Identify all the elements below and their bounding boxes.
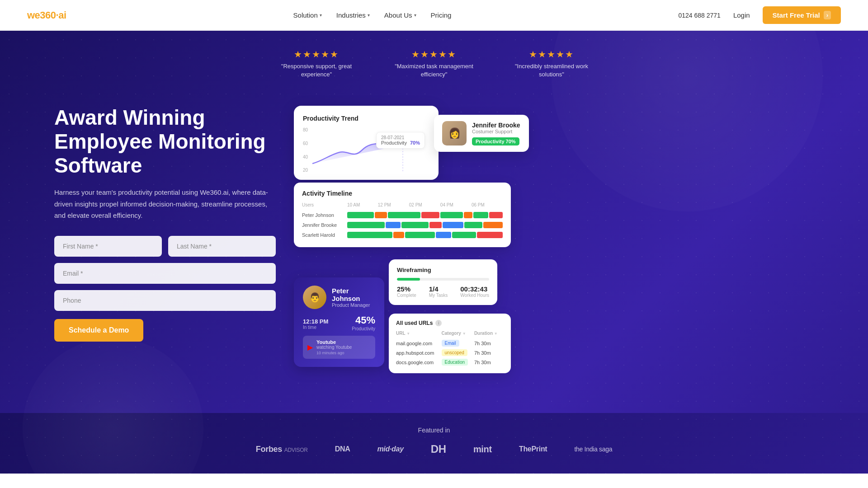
urls-col-category: Category ▼ — [442, 331, 474, 338]
wireframe-title: Wireframing — [397, 267, 489, 273]
url-row-1-url: mail.google.com — [396, 338, 442, 348]
last-name-input[interactable] — [168, 236, 276, 257]
featured-section: Featured in Forbes ADVISOR DNA mid·day D… — [0, 413, 868, 474]
wireframe-progress-fill — [397, 278, 420, 281]
url-badge-education: Education — [442, 359, 468, 366]
youtube-sub: watching Youtube — [316, 345, 352, 350]
productivity-date: 28-07-2021 — [381, 135, 420, 140]
timeline-table: Users 10 AM 12 PM 02 PM 04 PM 06 PM Pete… — [302, 202, 503, 240]
email-input[interactable] — [54, 263, 276, 284]
peter-time-label: In time — [303, 325, 328, 330]
rating-text-2: "Maximized task management efficiency" — [393, 62, 475, 79]
wireframe-stats: 25% Complete 1/4 My Tasks 00:32:43 Worke… — [397, 285, 489, 298]
timeline-user-3: Scarlett Harold — [302, 230, 347, 240]
url-badge-email: Email — [442, 340, 459, 347]
person-pct-badge: Productivity 70% — [472, 137, 519, 145]
wireframe-tasks-val: 1/4 — [429, 285, 448, 293]
url-row-3-url: docs.google.com — [396, 357, 442, 367]
timeline-bar-1 — [347, 210, 503, 220]
login-button[interactable]: Login — [733, 11, 750, 19]
person-avatar: 👩 — [442, 121, 467, 145]
wireframe-progress-bar — [397, 278, 489, 281]
url-row-2-category: unscoped — [442, 348, 474, 357]
y-label-40: 40 — [303, 155, 308, 160]
hero-section: ★★★★★ "Responsive support, great experie… — [0, 31, 868, 474]
urls-col-url: URL ▼ — [396, 331, 442, 338]
sort-icon-category: ▼ — [462, 332, 466, 336]
sort-icon-duration: ▼ — [494, 332, 498, 336]
wireframe-tasks: 1/4 My Tasks — [429, 285, 448, 298]
peter-stats: 12:18 PM In time 45% Productivity — [303, 314, 375, 331]
peter-youtube: ▶ Youtube watching Youtube 10 minutes ag… — [303, 336, 375, 359]
first-name-input[interactable] — [54, 236, 162, 257]
timeline-user-1: Peter Johnson — [302, 210, 347, 220]
person-info: Jennifer Brooke Costumer Support Product… — [472, 122, 520, 145]
nav-about[interactable]: About Us ▾ — [384, 11, 416, 19]
productivity-widget: Productivity Trend 80 60 40 20 — [294, 106, 439, 180]
timeline-title: Activity Timeline — [302, 190, 503, 197]
peter-pct-section: 45% Productivity — [352, 314, 375, 331]
timeline-col-2pm: 02 PM — [409, 202, 440, 210]
chevron-down-icon: ▾ — [368, 13, 370, 18]
peter-widget: 👨 Peter Johnson Product Manager 12:18 PM… — [294, 277, 384, 367]
featured-logo-forbes: Forbes ADVISOR — [256, 445, 308, 454]
schedule-demo-label: Schedule a Demo — [69, 326, 129, 334]
timeline-bar-3 — [347, 230, 503, 240]
urls-title: All used URLs — [396, 320, 433, 326]
wireframe-complete: 25% Complete — [397, 285, 416, 298]
featured-title: Featured in — [27, 427, 841, 434]
timeline-col-4pm: 04 PM — [440, 202, 472, 210]
info-icon: i — [435, 320, 442, 326]
url-row-2-url: app.hubspot.com — [396, 348, 442, 357]
productivity-pct: 70% — [410, 140, 420, 145]
y-label-80: 80 — [303, 127, 308, 132]
urls-widget: All used URLs i URL ▼ Category ▼ — [389, 314, 511, 373]
url-row-3-duration: 7h 30m — [474, 357, 504, 367]
stars-1: ★★★★★ — [276, 49, 357, 60]
phone-input[interactable] — [54, 290, 276, 311]
rating-item-1: ★★★★★ "Responsive support, great experie… — [276, 49, 357, 79]
timeline-bar-2 — [347, 220, 503, 230]
url-row-2-duration: 7h 30m — [474, 348, 504, 357]
nav-industries[interactable]: Industries ▾ — [336, 11, 370, 19]
person-card: 👩 Jennifer Brooke Costumer Support Produ… — [434, 115, 529, 152]
productivity-date-badge: 28-07-2021 Productivity 70% — [376, 132, 425, 149]
stars-2: ★★★★★ — [393, 49, 475, 60]
urls-table: URL ▼ Category ▼ Duration ▼ — [396, 331, 504, 367]
nav-industries-label: Industries — [336, 11, 366, 19]
person-role: Costumer Support — [472, 129, 520, 134]
form-name-row — [54, 236, 276, 257]
featured-logo-dna: DNA — [335, 445, 350, 453]
rating-item-3: ★★★★★ "Incredibly streamlined work solut… — [511, 49, 592, 79]
chevron-down-icon: ▾ — [320, 13, 322, 18]
person-name: Jennifer Brooke — [472, 122, 520, 129]
rating-text-3: "Incredibly streamlined work solutions" — [511, 62, 592, 79]
nav-right: 0124 688 2771 Login Start Free Trial › — [678, 6, 841, 24]
nav-pricing-label: Pricing — [431, 11, 452, 19]
arrow-icon: › — [824, 11, 831, 19]
hero-content: Award Winning Employee Monitoring Softwa… — [0, 88, 868, 413]
featured-logo-mint: mint — [473, 444, 492, 455]
hero-right: Productivity Trend 80 60 40 20 — [294, 106, 814, 386]
nav-about-label: About Us — [384, 11, 412, 19]
table-row: docs.google.com Education 7h 30m — [396, 357, 504, 367]
stars-3: ★★★★★ — [511, 49, 592, 60]
y-label-60: 60 — [303, 141, 308, 146]
timeline-col-6pm: 06 PM — [472, 202, 503, 210]
timeline-col-users: Users — [302, 202, 347, 210]
hero-form: Schedule a Demo — [54, 236, 276, 342]
rating-item-2: ★★★★★ "Maximized task management efficie… — [393, 49, 475, 79]
featured-logo-dh: DH — [431, 443, 446, 455]
category-col-label: Category — [442, 331, 461, 336]
logo[interactable]: we360·ai — [27, 9, 66, 21]
urls-col-duration: Duration ▼ — [474, 331, 504, 338]
nav-pricing[interactable]: Pricing — [431, 11, 452, 19]
nav-solution[interactable]: Solution ▾ — [293, 11, 322, 19]
trial-button[interactable]: Start Free Trial › — [763, 6, 841, 24]
peter-pct: 45% — [352, 314, 375, 326]
featured-logo-theprint: ThePrint — [519, 445, 547, 453]
duration-col-label: Duration — [474, 331, 493, 336]
schedule-demo-button[interactable]: Schedule a Demo — [54, 319, 143, 342]
hero-description: Harness your team's productivity potenti… — [54, 187, 276, 221]
featured-logo-indiasaga: the India saga — [574, 446, 612, 453]
